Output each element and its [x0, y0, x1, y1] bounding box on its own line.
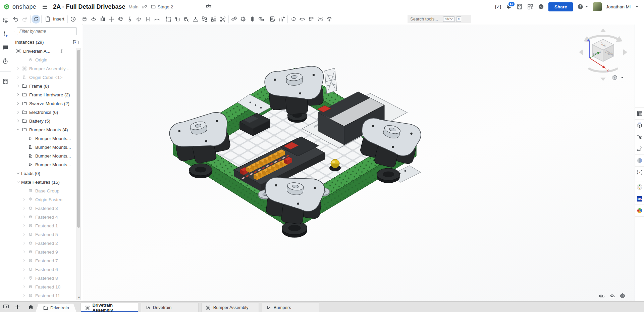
- replace-instance-tool[interactable]: [182, 14, 191, 24]
- rotate-down-arrow[interactable]: [600, 78, 606, 81]
- tree-row[interactable]: Fastened 1: [11, 221, 77, 230]
- rotate-east-arrow[interactable]: [623, 49, 627, 55]
- chevron-right-icon[interactable]: [21, 276, 27, 280]
- tree-row[interactable]: Swerve Modules (2): [11, 99, 77, 108]
- cylindrical-mate-tool[interactable]: [135, 14, 144, 24]
- chevron-down-icon[interactable]: [635, 4, 639, 9]
- tab-drivetrain-assembly[interactable]: Drivetrain Assembly: [80, 303, 138, 312]
- tree-row[interactable]: Fastened 2: [11, 239, 77, 248]
- redo-button[interactable]: [20, 14, 29, 24]
- tree-row[interactable]: Origin Cube <1>: [11, 73, 77, 82]
- pin-slot-mate-tool[interactable]: [125, 14, 135, 24]
- chevron-right-icon[interactable]: [15, 75, 21, 80]
- chevron-right-icon[interactable]: [15, 84, 21, 88]
- user-avatar[interactable]: [593, 2, 602, 11]
- mate-connector-tool[interactable]: [69, 14, 78, 24]
- bom-panel-button[interactable]: [635, 107, 644, 120]
- chevron-right-icon[interactable]: [15, 110, 21, 115]
- tree-row[interactable]: Fastened 6: [11, 265, 77, 274]
- tree-row[interactable]: Bumper Mounts (4): [11, 125, 77, 134]
- tree-row[interactable]: Frame Hardware (2): [11, 90, 77, 99]
- parallel-mate-tool[interactable]: [144, 14, 153, 24]
- chevron-right-icon[interactable]: [21, 284, 27, 289]
- rack-pinion-relation-tool[interactable]: [239, 14, 248, 24]
- animate-drop-tool[interactable]: [325, 14, 334, 24]
- home-tab-button[interactable]: [28, 304, 34, 311]
- tree-row[interactable]: Fastened 8: [11, 274, 77, 282]
- tree-row[interactable]: Bumper Mounts...: [11, 160, 77, 169]
- bom-tool[interactable]: [268, 14, 277, 24]
- hamburger-menu-icon[interactable]: [42, 3, 48, 10]
- snap-mode-tool[interactable]: [191, 14, 200, 24]
- tree-row[interactable]: Fastened 7: [11, 256, 77, 265]
- app-motion-button[interactable]: [635, 181, 644, 193]
- chevron-right-icon[interactable]: [21, 258, 27, 263]
- chevron-right-icon[interactable]: [21, 206, 27, 211]
- chevron-right-icon[interactable]: [21, 293, 27, 298]
- help-button[interactable]: ?: [577, 3, 589, 10]
- new-folder-icon[interactable]: [72, 39, 79, 45]
- chevron-right-icon[interactable]: [15, 119, 21, 123]
- tree-row[interactable]: Fastened 10: [11, 282, 77, 291]
- user-name[interactable]: Jonathan Mi: [606, 4, 631, 9]
- chevron-right-icon[interactable]: [21, 250, 27, 254]
- animate-rain-tool[interactable]: [307, 14, 316, 24]
- tree-scrollbar[interactable]: ▼: [76, 48, 81, 300]
- tree-row[interactable]: Drivetrain A...: [11, 47, 77, 55]
- model-viewport[interactable]: Top Front Right Z X: [83, 25, 635, 302]
- tree-row[interactable]: Frame (8): [11, 82, 77, 90]
- follow-mode-button[interactable]: [3, 304, 9, 310]
- move-instance-tool[interactable]: [200, 14, 209, 24]
- select-region-tool[interactable]: [164, 14, 173, 24]
- link-icon[interactable]: [142, 4, 147, 9]
- configurations-panel-button[interactable]: [635, 119, 644, 131]
- filter-input[interactable]: [17, 27, 77, 35]
- scrollbar-down-arrow[interactable]: ▼: [77, 296, 80, 299]
- history-panel-button[interactable]: [2, 58, 9, 64]
- app-colors-button[interactable]: [635, 205, 644, 217]
- search-tools-box[interactable]: alt/⌥ c: [408, 15, 471, 23]
- chevron-down-icon[interactable]: [15, 127, 21, 132]
- insert-button[interactable]: Insert: [43, 14, 66, 24]
- protractor-tool[interactable]: [609, 292, 615, 299]
- planar-mate-tool[interactable]: [107, 14, 116, 24]
- animate-spin-tool[interactable]: [298, 14, 307, 24]
- tree-row[interactable]: Fastened 4: [11, 213, 77, 221]
- named-positions-tool[interactable]: [277, 14, 286, 24]
- tree-row[interactable]: Bumper Mounts...: [11, 134, 77, 143]
- ball-mate-tool[interactable]: [116, 14, 125, 24]
- dimensions-panel-button[interactable]: [635, 143, 644, 155]
- chevron-right-icon[interactable]: [21, 197, 27, 202]
- slider-mate-tool[interactable]: [98, 14, 107, 24]
- tab-bumper-assembly[interactable]: Bumper Assembly: [201, 303, 259, 312]
- tree-row[interactable]: Electronics (6): [11, 108, 77, 117]
- tree-row[interactable]: Bumper Assembly ...: [11, 64, 77, 73]
- tree-row[interactable]: Fastened 11: [11, 291, 77, 300]
- chevron-right-icon[interactable]: [21, 215, 27, 219]
- tree-row[interactable]: Fastened 3: [11, 204, 77, 213]
- versions-icon[interactable]: {✓}: [495, 3, 501, 10]
- new-tab-button[interactable]: [14, 304, 21, 310]
- document-location[interactable]: Stage 2: [151, 4, 173, 9]
- tree-row[interactable]: Fastened 5: [11, 230, 77, 239]
- release-panel-button[interactable]: [635, 131, 644, 143]
- chevron-right-icon[interactable]: [21, 223, 27, 228]
- tree-row[interactable]: Mate Features (15): [11, 178, 77, 186]
- chevron-right-icon[interactable]: [15, 92, 21, 97]
- tab-drivetrain[interactable]: Drivetrain: [141, 303, 199, 312]
- group-parts-tool[interactable]: [173, 14, 182, 24]
- insert-node-button[interactable]: [2, 31, 9, 38]
- tree-row[interactable]: Origin: [11, 55, 77, 64]
- animate-squeeze-tool[interactable]: [316, 14, 325, 24]
- tree-row[interactable]: Bumper Mounts...: [11, 151, 77, 160]
- chevron-right-icon[interactable]: [21, 241, 27, 246]
- chevron-down-icon[interactable]: [15, 171, 21, 176]
- tree-row[interactable]: Origin Fasten: [11, 195, 77, 204]
- gear-relation-tool[interactable]: [230, 14, 239, 24]
- share-button[interactable]: Share: [548, 2, 573, 11]
- folder-breadcrumb-tab[interactable]: Drivetrain: [36, 304, 76, 312]
- display-mode-button[interactable]: [611, 74, 625, 81]
- fastened-mate-tool[interactable]: [80, 14, 89, 24]
- filter-icon[interactable]: [14, 29, 15, 34]
- tangent-mate-tool[interactable]: [153, 14, 162, 24]
